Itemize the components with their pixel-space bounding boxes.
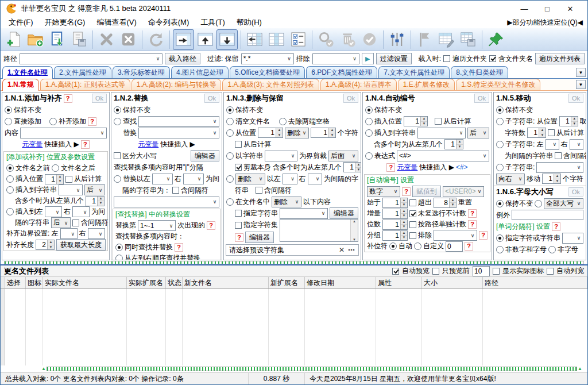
pad-right-combo[interactable]: ∨ [88,228,105,239]
content-combo[interactable]: ∨ [20,128,107,138]
pad-add-radio[interactable] [49,118,57,125]
number-type-dropdown[interactable]: 数字∨ [367,186,400,197]
help-button[interactable]: ? [207,221,215,230]
replace-between-radio[interactable] [114,175,121,183]
uncheck-skip-checkbox[interactable] [409,210,416,217]
col-icon[interactable]: 图标 [26,277,43,288]
preset-charset-bar[interactable]: 请选择预设字符集✕⋯ [226,244,359,256]
left-sep-combo[interactable]: ∨ [45,206,62,217]
include-separator-checkbox[interactable] [555,152,562,159]
panel-up-icon[interactable] [195,29,216,50]
start-spinner[interactable]: 1▲▼ [382,198,408,208]
charset-checkbox[interactable] [235,222,242,229]
between-replace-combo[interactable]: ∨ [114,197,219,207]
col-new-name[interactable]: 新文件名 [183,277,269,288]
subtab-extension[interactable]: 1.E.扩展名修改 [398,79,455,90]
subtab-regex[interactable]: 1.A.高级(1): 正则表达式等 [40,79,130,90]
direction-dropdown[interactable]: 向右∨ [496,174,525,184]
ok-button[interactable]: Ok [343,94,358,103]
after-name-radio[interactable] [52,164,59,172]
traverse-file-list-button[interactable]: 遍历文件列表 [535,53,585,64]
from-pos-radio[interactable] [226,129,234,137]
case-sensitive-checkbox[interactable] [114,152,121,159]
move-spinner[interactable]: 1▲▼ [542,174,561,184]
sub-tabs-overflow-button[interactable]: ▼ [576,80,586,89]
keep-radio[interactable] [365,106,373,114]
pad-left-combo[interactable]: ∨ [60,228,78,239]
spec-string-checkbox[interactable] [235,210,242,217]
keep-radio[interactable] [496,200,504,207]
tab-office-summary[interactable]: 5.Office文档摘要处理 [230,66,305,78]
flag-icon[interactable] [414,29,435,50]
subtab-encoding[interactable]: 1.A.高级(2): 编码与转换等 [131,79,222,90]
col-select[interactable]: 选择 [5,277,26,288]
subtab-script[interactable]: 1.A.高级(4): 语言脚本 [320,79,397,90]
col-actual-ext[interactable]: 实际扩展名 [127,277,166,288]
pad-length-spinner[interactable]: 2▲▼ [36,240,55,250]
delete-keep-dropdown[interactable]: 删除∨ [235,174,265,184]
ok-button[interactable]: Ok [568,187,583,197]
preview-count-input[interactable] [473,266,490,276]
except-input[interactable] [512,210,583,220]
ok-button[interactable]: Ok [568,94,583,103]
search-check-icon[interactable] [315,29,336,50]
help-button[interactable]: ? [552,222,560,231]
delete-keep-dropdown[interactable]: 删除∨ [272,197,301,207]
keep-radio[interactable] [496,106,504,114]
clear-list-icon[interactable] [118,29,139,50]
table-columns-icon[interactable] [266,29,287,50]
digits-spinner[interactable]: 1▲▼ [382,220,408,230]
keep-radio[interactable] [114,106,121,114]
panel-right-icon[interactable] [173,29,194,50]
scrollbar[interactable]: ▲▼ [350,220,358,241]
assign-to-button[interactable]: 赋值到 [412,186,441,197]
insert-string-combo[interactable]: ∨ [59,184,83,195]
show-icons-checkbox[interactable] [493,268,500,275]
include-separator-checkbox[interactable] [256,187,262,194]
col-actual-name[interactable]: 实际文件名 [43,277,127,288]
subtab-compare-list[interactable]: 1.A.高级(3): 文件名对照列表 [222,79,319,90]
checklist-icon[interactable] [288,29,309,50]
col-path[interactable]: 路径 [483,277,587,288]
auto-width-checkbox[interactable] [547,268,554,275]
insert-string-combo[interactable]: ∨ [417,128,466,138]
from-end-checkbox[interactable] [235,141,242,148]
delete-check-icon[interactable] [337,29,358,50]
help-button[interactable]: ? [64,94,72,103]
pos-spinner[interactable]: 1▲▼ [258,128,283,138]
menu-tools[interactable]: 工具(T) [195,17,231,28]
from-end-checkbox[interactable] [435,118,442,125]
more-presets-icon[interactable]: ⋯ [348,246,355,254]
col-status[interactable]: 状态 [166,277,183,288]
expression-combo[interactable]: <#>∨ [397,151,489,161]
keep-radio[interactable] [5,106,12,114]
table-save-icon[interactable] [458,29,479,50]
cut-side-dropdown[interactable]: 后面∨ [328,151,358,161]
substring-pos-radio[interactable] [496,118,504,125]
maximize-button[interactable]: □ [536,5,559,13]
col-new-ext[interactable]: 新扩展名 [269,277,305,288]
substring-radio[interactable] [496,164,504,171]
right-sep-combo[interactable]: ∨ [72,206,90,217]
editor-button[interactable]: 编辑器 [191,150,219,161]
import-list-icon[interactable] [47,29,68,50]
multi-index-spinner[interactable]: 1▲▼ [444,139,463,149]
refresh-icon[interactable] [145,29,167,50]
meta-var-link[interactable]: 元变量 [397,163,417,172]
in-name-radio[interactable] [226,198,234,206]
tab-filename[interactable]: 1.文件名处理 [2,66,53,79]
auto-pad-radio[interactable] [389,242,397,250]
substring-combo[interactable]: ∨ [536,162,583,173]
new-file-icon[interactable] [3,29,24,50]
tab-text-attr[interactable]: 7.文本文件属性处理 [378,66,450,78]
custom-pad-radio[interactable] [414,242,421,250]
help-button[interactable]: ? [235,233,243,242]
close-button[interactable]: ✕ [559,5,582,13]
from-end-checkbox[interactable] [548,129,555,136]
left-sep-combo[interactable]: ∨ [546,139,559,150]
menu-start-rename[interactable]: 开始更名(G) [39,17,91,28]
filter-sliders-icon[interactable] [386,29,408,50]
tab-file-classify[interactable]: 8.文件归类处理 [451,66,508,78]
delete-icon[interactable] [96,29,117,50]
non-alnum-radio[interactable] [496,246,504,253]
